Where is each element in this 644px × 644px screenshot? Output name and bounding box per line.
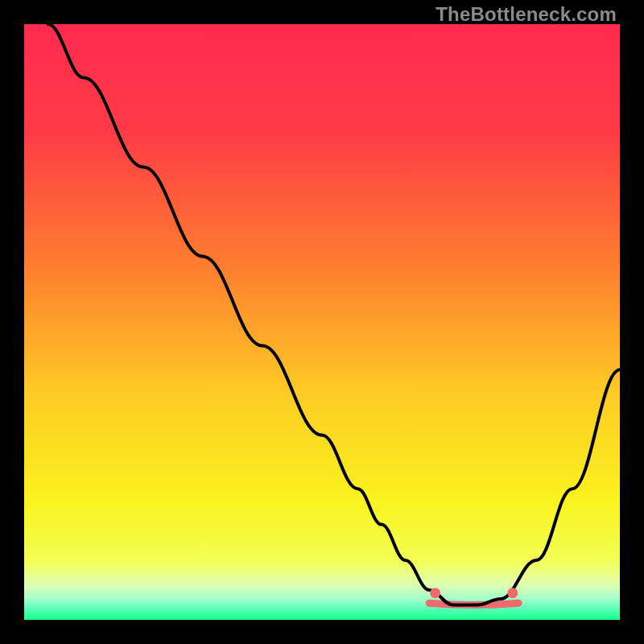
marker-dot	[507, 588, 518, 598]
gradient-background	[24, 24, 620, 620]
bottleneck-chart	[24, 24, 620, 620]
marker-dot	[430, 588, 440, 598]
watermark-text: TheBottleneck.com	[436, 3, 617, 26]
chart-frame	[24, 24, 620, 620]
